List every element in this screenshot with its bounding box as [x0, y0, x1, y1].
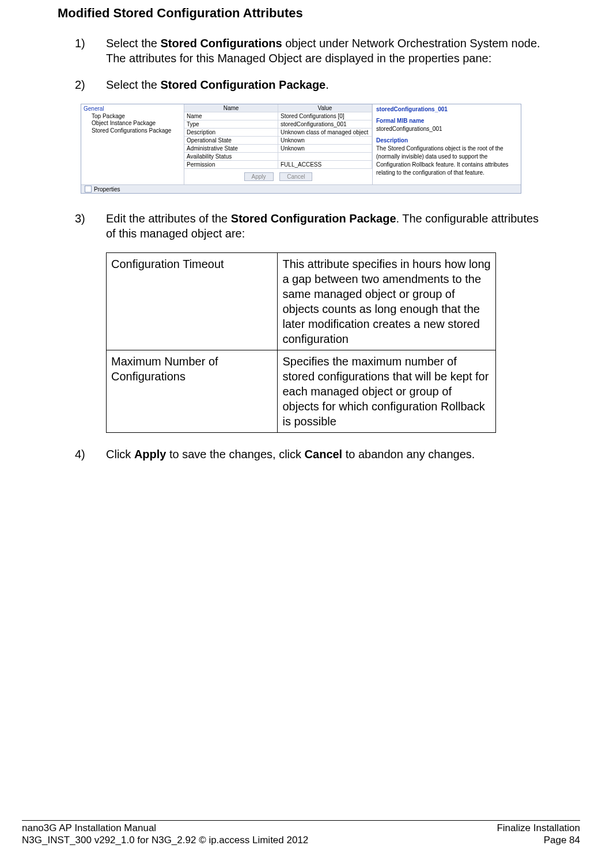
step-number: 4): [75, 447, 106, 462]
cell: Operational State: [184, 137, 278, 144]
footer-right-2: Page 84: [544, 834, 580, 846]
step-1: 1) Select the Stored Configurations obje…: [75, 36, 544, 66]
step-bold: Apply: [134, 448, 166, 461]
cell: Availability Status: [184, 153, 278, 160]
step-2: 2) Select the Stored Configuration Packa…: [75, 77, 544, 92]
table-row[interactable]: Availability Status: [184, 153, 372, 161]
page-footer: nano3G AP Installation Manual Finalize I…: [22, 820, 580, 847]
table-row[interactable]: PermissionFULL_ACCESS: [184, 161, 372, 169]
step-3: 3) Edit the attributes of the Stored Con…: [75, 211, 544, 241]
cell: Stored Configurations [0]: [278, 112, 372, 120]
step-bold: Cancel: [305, 448, 343, 461]
step-number: 1): [75, 36, 106, 66]
help-text: storedConfigurations_001: [376, 125, 517, 133]
attr-desc: This attribute specifies in hours how lo…: [278, 253, 496, 350]
footer-left-1: nano3G AP Installation Manual: [22, 822, 156, 834]
tree-node[interactable]: Top Package: [92, 113, 181, 120]
step-text: to save the changes, click: [166, 448, 304, 461]
apply-button[interactable]: Apply: [244, 172, 274, 181]
cell: Type: [184, 120, 278, 128]
tree-node[interactable]: Object Instance Package: [92, 120, 181, 127]
step-text: Click: [106, 448, 134, 461]
footer-rule: [22, 820, 580, 821]
attribute-grid: Name Value NameStored Configurations [0]…: [184, 104, 373, 184]
cell: Permission: [184, 161, 278, 168]
step-text: Select the: [106, 37, 161, 50]
cell: Description: [184, 129, 278, 136]
table-row[interactable]: TypestoredConfigurations_001: [184, 120, 372, 129]
step-text: .: [325, 78, 329, 91]
help-panel: storedConfigurations_001 Formal MIB name…: [373, 104, 521, 184]
cell: storedConfigurations_001: [278, 120, 372, 128]
step-text: to abandon any changes.: [342, 448, 475, 461]
attr-desc: Specifies the maximum number of stored c…: [278, 350, 496, 433]
step-text: Edit the attributes of the: [106, 212, 231, 225]
tree-node-general[interactable]: General: [84, 105, 181, 113]
table-row[interactable]: NameStored Configurations [0]: [184, 112, 372, 120]
table-row: Configuration Timeout This attribute spe…: [107, 253, 496, 350]
help-subheading: Formal MIB name: [376, 117, 517, 125]
step-text: Select the: [106, 78, 161, 91]
attr-name: Maximum Number of Configurations: [107, 350, 278, 433]
section-heading: Modified Stored Configuration Attributes: [58, 0, 544, 36]
cell: Name: [184, 112, 278, 120]
column-header-name: Name: [184, 104, 278, 112]
properties-tab[interactable]: Properties: [94, 186, 120, 193]
tree-node[interactable]: Stored Configurations Package: [92, 127, 181, 135]
cell: [278, 153, 372, 160]
table-row[interactable]: Operational StateUnknown: [184, 137, 372, 145]
cell: Unknown class of managed object: [278, 129, 372, 136]
step-bold: Stored Configuration Package: [161, 78, 326, 91]
cell: Unknown: [278, 145, 372, 152]
step-bold: Stored Configurations: [161, 37, 282, 50]
attributes-table: Configuration Timeout This attribute spe…: [106, 252, 496, 433]
help-title: storedConfigurations_001: [376, 105, 517, 114]
step-number: 2): [75, 77, 106, 92]
help-text: The Stored Configurations object is the …: [376, 145, 517, 177]
bottom-tabbar: Properties: [81, 184, 521, 193]
footer-left-2: N3G_INST_300 v292_1.0 for N3G_2.92 © ip.…: [22, 834, 308, 846]
step-4: 4) Click Apply to save the changes, clic…: [75, 447, 544, 462]
column-header-value: Value: [278, 104, 372, 112]
properties-pane: General Top Package Object Instance Pack…: [81, 104, 521, 194]
properties-tab-icon: [85, 186, 92, 193]
attr-name: Configuration Timeout: [107, 253, 278, 350]
tree-panel[interactable]: General Top Package Object Instance Pack…: [81, 104, 184, 184]
cell: FULL_ACCESS: [278, 161, 372, 168]
cell: Administrative State: [184, 145, 278, 152]
footer-right-1: Finalize Installation: [497, 822, 580, 834]
help-subheading: Description: [376, 137, 517, 145]
cell: Unknown: [278, 137, 372, 144]
table-row[interactable]: DescriptionUnknown class of managed obje…: [184, 129, 372, 137]
step-bold: Stored Configuration Package: [231, 212, 396, 225]
cancel-button[interactable]: Cancel: [279, 172, 312, 181]
table-row[interactable]: Administrative StateUnknown: [184, 145, 372, 153]
step-number: 3): [75, 211, 106, 241]
table-row: Maximum Number of Configurations Specifi…: [107, 350, 496, 433]
